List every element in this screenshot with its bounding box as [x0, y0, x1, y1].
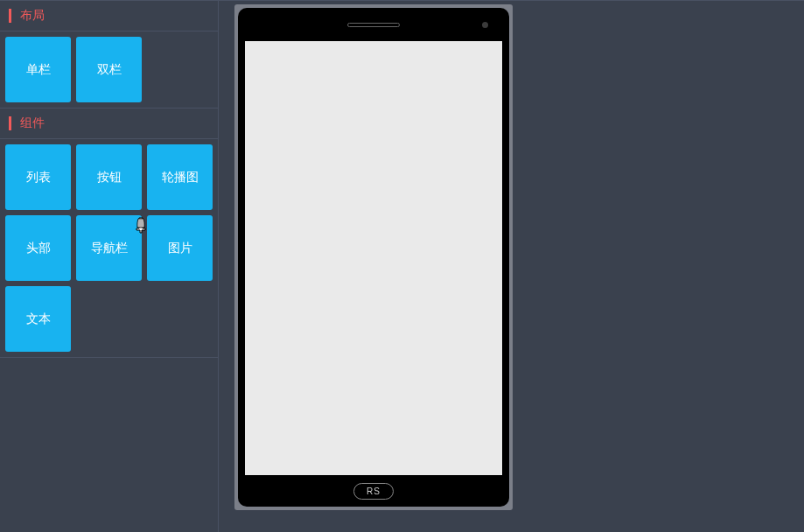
- phone-speaker: [347, 23, 400, 27]
- layout-tiles: 单栏 双栏: [0, 32, 218, 108]
- component-tiles: 列表 按钮 轮播图 头部 导航栏 图片 文本: [0, 139, 218, 358]
- layout-tile-double[interactable]: 双栏: [76, 37, 142, 102]
- main-canvas: RS: [219, 0, 804, 532]
- phone-frame-wrapper: RS: [234, 4, 513, 510]
- component-tile-list[interactable]: 列表: [5, 144, 71, 210]
- layout-section-title: 布局: [20, 8, 45, 24]
- components-section-header: 组件: [0, 108, 218, 139]
- phone-camera-icon: [482, 22, 488, 28]
- component-tile-button[interactable]: 按钮: [76, 144, 142, 210]
- layout-section-header: 布局: [0, 1, 218, 32]
- phone-top-bar: [238, 8, 509, 41]
- component-tile-text[interactable]: 文本: [5, 286, 71, 352]
- component-tile-carousel[interactable]: 轮播图: [147, 144, 213, 210]
- phone-screen[interactable]: [245, 41, 502, 475]
- component-tile-header[interactable]: 头部: [5, 215, 71, 281]
- layout-tile-single[interactable]: 单栏: [5, 37, 71, 102]
- phone-home-button[interactable]: RS: [353, 483, 394, 500]
- sidebar: 布局 单栏 双栏 组件 列表 按钮 轮播图 头部 导航栏 图片 文本: [0, 0, 219, 532]
- section-accent-bar: [9, 9, 11, 23]
- component-tile-navbar[interactable]: 导航栏: [76, 215, 142, 281]
- components-section-title: 组件: [20, 116, 45, 131]
- phone-frame: RS: [238, 8, 509, 507]
- component-tile-image[interactable]: 图片: [147, 215, 213, 281]
- phone-bottom-bar: RS: [238, 475, 509, 507]
- section-accent-bar: [9, 116, 11, 130]
